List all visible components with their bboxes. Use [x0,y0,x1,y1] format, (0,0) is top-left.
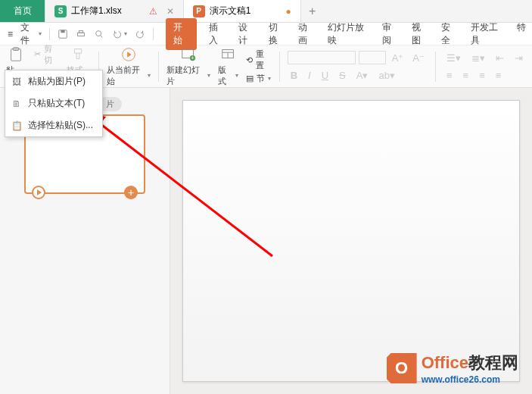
paste-text-only-item[interactable]: 🗎 只粘贴文本(T) [5,92,102,114]
clipboard-icon [8,46,24,63]
bold-button[interactable]: B [288,68,300,83]
paste-special-label: 选择性粘贴(S)... [28,119,93,132]
new-slide-label: 新建幻灯片 [166,64,206,87]
numbering-icon[interactable]: ≣▾ [468,51,488,65]
font-size-select[interactable] [359,51,386,64]
play-thumb-icon[interactable] [32,186,45,199]
section-label: 节 [257,73,265,84]
decrease-font-icon[interactable]: A⁻ [409,51,428,65]
ribbon-tab-more[interactable]: 特 [515,18,527,50]
ribbon-tab-slideshow[interactable]: 幻灯片放映 [326,18,369,50]
section-icon: ▤ [246,73,254,83]
warning-icon: ⚠ [149,6,157,17]
qat-print-icon[interactable] [73,27,89,41]
play-icon [120,46,137,63]
text-icon: 🗎 [11,98,22,109]
paste-special-item[interactable]: 📋 选择性粘贴(S)... [5,114,102,136]
ribbon-tabs: 开始 插入 设计 切换 动画 幻灯片放映 审阅 视图 安全 开发工具 特 [166,18,527,50]
chevron-down-icon: ▾ [39,30,42,37]
watermark: O Office教程网 www.office26.com [387,352,518,385]
picture-icon: 🖼 [11,77,22,87]
qat-save-icon[interactable] [54,27,71,41]
new-slide-button[interactable]: + 新建幻灯片▾ [166,46,210,87]
scissors-icon: ✂ [34,49,41,59]
separator [49,28,50,40]
spreadsheet-icon: S [54,5,67,17]
tab-workbook[interactable]: S 工作簿1.xlsx ⚠ ✕ [45,0,184,22]
align-justify-icon[interactable]: ≡ [493,68,505,83]
cut-button[interactable]: ✂ 剪切 [34,43,59,66]
separator [158,52,159,82]
ribbon-tab-animation[interactable]: 动画 [297,18,316,50]
new-slide-icon: + [180,46,197,63]
ribbon-tab-view[interactable]: 视图 [410,18,429,50]
align-left-icon[interactable]: ≡ [443,68,456,83]
reset-icon: ⟲ [246,55,253,65]
paste-as-picture-label: 粘贴为图片(P) [28,75,86,88]
watermark-url: www.office26.com [422,374,518,385]
svg-point-4 [96,30,101,36]
bullets-icon[interactable]: ☰▾ [443,51,464,65]
ribbon-tab-review[interactable]: 审阅 [381,18,400,50]
reset-button[interactable]: ⟲ 重置 [246,48,271,71]
qat-undo-icon[interactable]: ▾ [109,27,130,41]
ribbon-tab-start[interactable]: 开始 [166,18,197,50]
highlight-button[interactable]: ab▾ [375,68,397,83]
underline-button[interactable]: U [319,68,331,83]
ribbon-tab-transition[interactable]: 切换 [267,18,286,50]
qat-preview-icon[interactable] [91,27,107,41]
align-center-icon[interactable]: ≡ [460,68,472,83]
svg-rect-7 [14,47,19,50]
presentation-icon: P [193,5,205,17]
font-family-select[interactable] [288,51,356,64]
modified-dot-icon: ● [285,6,291,17]
qat-redo-icon[interactable] [132,27,148,41]
watermark-brand: Office教程网 [422,353,518,372]
chevron-down-icon: ▾ [235,72,238,79]
section-button[interactable]: ▤ 节 ▾ [246,73,271,84]
hamburger-menu[interactable]: ≡ [5,27,16,41]
font-group: A⁺ A⁻ B I U S A▾ ab▾ [288,51,428,83]
tab-home-label: 首页 [14,5,32,17]
svg-rect-1 [61,30,64,33]
slide-canvas[interactable] [182,100,520,382]
tab-presentation-label: 演示文稿1 [210,5,251,17]
chevron-down-icon: ▾ [268,75,271,82]
chevron-down-icon: ▾ [148,72,151,79]
from-beginning-label: 从当前开始 [107,64,146,87]
paste-text-only-label: 只粘贴文本(T) [28,97,85,110]
strike-button[interactable]: S [336,68,349,83]
ribbon-tab-security[interactable]: 安全 [440,18,459,50]
close-icon[interactable]: ✕ [166,6,174,17]
watermark-logo-icon: O [387,353,417,383]
chevron-down-icon: ▾ [124,30,127,37]
italic-button[interactable]: I [305,68,314,83]
clipboard-icon: 📋 [11,120,22,131]
ribbon-tab-insert[interactable]: 插入 [207,18,226,50]
indent-dec-icon[interactable]: ⇤ [493,51,507,65]
separator [435,52,436,82]
svg-rect-3 [79,30,82,33]
paragraph-group: ☰▾ ≣▾ ⇤ ⇥ ≡ ≡ ≡ ≡ [443,51,526,83]
align-right-icon[interactable]: ≡ [476,68,488,83]
svg-rect-6 [11,48,21,61]
ribbon-tab-design[interactable]: 设计 [237,18,256,50]
reset-label: 重置 [256,48,271,71]
paste-as-picture-item[interactable]: 🖼 粘贴为图片(P) [5,70,102,92]
layout-label: 版式 [218,64,234,87]
chevron-down-icon: ▾ [207,72,210,79]
tab-workbook-label: 工作簿1.xlsx [71,5,122,17]
font-color-button[interactable]: A▾ [353,68,372,83]
svg-rect-2 [78,33,85,36]
brush-icon [70,46,87,63]
from-beginning-button[interactable]: 从当前开始▾ [107,46,151,87]
add-thumb-icon[interactable]: + [124,186,138,199]
increase-font-icon[interactable]: A⁺ [389,51,407,65]
layout-button[interactable]: 版式▾ [218,46,238,87]
ribbon-tab-developer[interactable]: 开发工具 [469,18,505,50]
layout-icon [220,46,237,63]
slide-small-buttons: ⟲ 重置 ▤ 节 ▾ [246,48,271,84]
cut-label: 剪切 [44,43,59,66]
indent-inc-icon[interactable]: ⇥ [512,51,526,65]
slide-canvas-area [170,88,532,394]
